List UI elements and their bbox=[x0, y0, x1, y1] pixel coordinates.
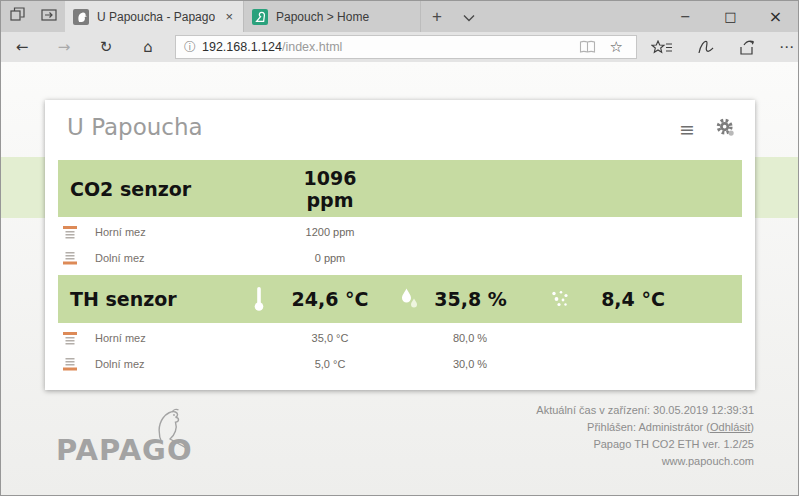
limit-label: Horní mez bbox=[95, 226, 146, 238]
papouch-favicon-icon bbox=[252, 9, 268, 25]
close-button[interactable]: × bbox=[753, 1, 798, 32]
set-tabs-aside-icon bbox=[10, 7, 25, 27]
co2-lower-limit-value: 0 ppm bbox=[280, 252, 380, 264]
firmware-version: Papago TH CO2 ETH ver. 1.2/25 bbox=[536, 436, 754, 453]
vendor-url: www.papouch.com bbox=[536, 453, 754, 470]
co2-limit-rows: Horní mez 1200 ppm Dolní mez 0 ppm bbox=[45, 217, 755, 275]
device-time: Aktuální čas v zařízení: 30.05.2019 12:3… bbox=[536, 402, 754, 419]
th-limit-rows: Horní mez 35,0 °C 80,0 % Dolní mez 5,0 °… bbox=[45, 323, 755, 381]
tab-preview-button[interactable] bbox=[33, 1, 65, 32]
settings-more-icon[interactable]: ⋯ bbox=[779, 38, 794, 56]
browser-toolbar: ← → ↻ ⌂ ⓘ 192.168.1.124 /index.html ☆ ⋯ bbox=[1, 32, 798, 62]
limit-label: Dolní mez bbox=[95, 252, 145, 264]
url-path: /index.html bbox=[282, 40, 342, 54]
url-host: 192.168.1.124 bbox=[202, 40, 282, 54]
th-lower-limit-row: Dolní mez 5,0 °C 30,0 % bbox=[45, 351, 755, 377]
tab-bar: U Papoucha - Papago T × Papouch > Home +… bbox=[1, 1, 798, 32]
co2-lower-limit-row: Dolní mez 0 ppm bbox=[45, 245, 755, 271]
th-sensor-name: TH senzor bbox=[70, 288, 177, 310]
papago-logo: PAPAGO bbox=[56, 433, 193, 467]
refresh-button[interactable]: ↻ bbox=[93, 38, 119, 56]
chevron-down-icon bbox=[463, 7, 475, 27]
gear-icon[interactable] bbox=[716, 118, 735, 141]
toolbar-right-icons bbox=[651, 39, 755, 55]
new-tab-button[interactable]: + bbox=[421, 1, 453, 32]
dew-point-icon bbox=[550, 290, 569, 309]
login-suffix: ) bbox=[750, 421, 754, 433]
device-footer: Aktuální čas v zařízení: 30.05.2019 12:3… bbox=[536, 402, 754, 470]
tab-papouch-home[interactable]: Papouch > Home bbox=[243, 1, 421, 32]
limit-label: Dolní mez bbox=[95, 358, 145, 370]
share-icon[interactable] bbox=[738, 39, 755, 55]
card-header: U Papoucha ≡ bbox=[45, 100, 755, 160]
humidity-drops-icon bbox=[401, 288, 418, 311]
add-favorite-star-icon[interactable]: ☆ bbox=[610, 38, 623, 56]
back-button[interactable]: ← bbox=[9, 38, 35, 56]
thermometer-icon bbox=[254, 286, 264, 312]
page-content: U Papoucha ≡ CO2 senzor 1096 ppm bbox=[1, 62, 798, 495]
lower-limit-icon bbox=[63, 252, 77, 265]
co2-upper-limit-value: 1200 ppm bbox=[280, 226, 380, 238]
site-info-icon[interactable]: ⓘ bbox=[184, 39, 196, 56]
lower-limit-icon bbox=[63, 358, 77, 371]
reading-view-icon[interactable] bbox=[579, 40, 596, 54]
set-tabs-aside-button[interactable] bbox=[1, 1, 33, 32]
th-upper-temp-value: 35,0 °C bbox=[280, 332, 380, 344]
th-upper-humidity-value: 80,0 % bbox=[427, 332, 513, 344]
window-controls: − □ × bbox=[663, 1, 798, 32]
th-lower-humidity-value: 30,0 % bbox=[427, 358, 513, 370]
co2-value: 1096 ppm bbox=[280, 167, 380, 211]
limit-label: Horní mez bbox=[95, 332, 146, 344]
th-upper-limit-row: Horní mez 35,0 °C 80,0 % bbox=[45, 325, 755, 351]
login-status: Přihlášen: Administrátor (Odhlásit) bbox=[536, 419, 754, 436]
th-lower-temp-value: 5,0 °C bbox=[280, 358, 380, 370]
dewpoint-value: 8,4 °C bbox=[578, 288, 688, 310]
co2-upper-limit-row: Horní mez 1200 ppm bbox=[45, 219, 755, 245]
co2-sensor-name: CO2 senzor bbox=[70, 178, 191, 200]
page-title: U Papoucha bbox=[67, 114, 203, 140]
tab-preview-icon bbox=[41, 7, 57, 27]
papago-favicon-icon bbox=[73, 9, 89, 25]
minimize-button[interactable]: − bbox=[663, 1, 708, 32]
parrot-icon bbox=[144, 407, 192, 455]
web-note-pen-icon[interactable] bbox=[697, 39, 714, 55]
maximize-button[interactable]: □ bbox=[708, 1, 753, 32]
tab-close-icon[interactable]: × bbox=[223, 9, 235, 24]
co2-sensor-banner: CO2 senzor 1096 ppm bbox=[58, 160, 742, 217]
favorites-hub-icon[interactable] bbox=[651, 40, 673, 55]
logout-link[interactable]: Odhlásit bbox=[710, 421, 750, 433]
sensor-card: U Papoucha ≡ CO2 senzor 1096 ppm bbox=[45, 100, 755, 390]
home-button[interactable]: ⌂ bbox=[135, 38, 161, 56]
humidity-value: 35,8 % bbox=[428, 288, 513, 310]
temperature-value: 24,6 °C bbox=[280, 288, 380, 310]
address-bar[interactable]: ⓘ 192.168.1.124 /index.html ☆ bbox=[175, 35, 637, 59]
th-sensor-banner: TH senzor 24,6 °C 35,8 % 8,4 °C bbox=[58, 275, 742, 323]
tab-list-chevron-button[interactable] bbox=[453, 1, 485, 32]
forward-button[interactable]: → bbox=[51, 38, 77, 56]
tab-title: Papouch > Home bbox=[276, 10, 412, 24]
tab-active-u-papoucha[interactable]: U Papoucha - Papago T × bbox=[65, 1, 243, 32]
login-prefix: Přihlášen: Administrátor ( bbox=[587, 421, 710, 433]
hamburger-menu-icon[interactable]: ≡ bbox=[679, 118, 695, 140]
tab-title: U Papoucha - Papago T bbox=[97, 10, 215, 24]
upper-limit-icon bbox=[63, 226, 77, 239]
upper-limit-icon bbox=[63, 332, 77, 345]
